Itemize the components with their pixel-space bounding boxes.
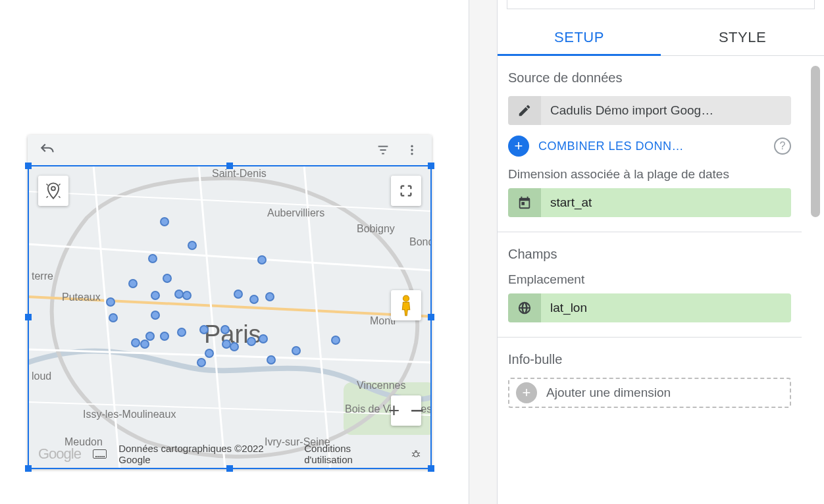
panel-top-border — [507, 0, 815, 9]
location-field[interactable]: lat_lon — [508, 293, 791, 322]
section-tooltip: Info-bulle + Ajouter une dimension — [498, 338, 802, 422]
map-viewport[interactable]: Saint-DenisAubervilliersBobignyBondterre… — [28, 165, 432, 469]
section-title: Source de données — [508, 70, 791, 86]
properties-panel: SETUP STYLE Source de données Cadulis Dé… — [498, 0, 824, 504]
scrollbar-thumb[interactable] — [811, 66, 820, 217]
field-name: lat_lon — [541, 293, 791, 322]
canvas-area: Saint-DenisAubervilliersBobignyBondterre… — [0, 0, 469, 504]
section-title: Info-bulle — [508, 352, 791, 367]
data-point[interactable] — [106, 297, 115, 307]
svg-line-11 — [199, 165, 225, 469]
plus-icon[interactable]: + — [508, 136, 529, 157]
more-menu-icon[interactable] — [400, 138, 424, 162]
data-point[interactable] — [331, 336, 340, 345]
streetview-button[interactable] — [391, 290, 421, 320]
add-dimension-label: Ajouter une dimension — [546, 386, 671, 400]
district-label: Vincennes — [357, 380, 405, 391]
report-problem-icon[interactable] — [411, 449, 421, 459]
district-label: Aubervilliers — [267, 207, 324, 219]
map-attribution: Données cartographiques ©2022 Google — [118, 443, 292, 465]
data-point[interactable] — [177, 328, 186, 337]
combine-data-row: + COMBINER LES DONN… ? — [508, 136, 791, 157]
map-footer: Google Données cartographiques ©2022 Goo… — [28, 443, 432, 465]
svg-point-3 — [411, 145, 413, 147]
svg-line-21 — [412, 455, 414, 456]
data-point[interactable] — [151, 291, 160, 300]
data-point[interactable] — [140, 340, 149, 349]
svg-line-9 — [28, 349, 432, 363]
data-point[interactable] — [249, 295, 259, 304]
field-name: start_at — [541, 188, 791, 217]
zoom-in-button[interactable]: + — [388, 395, 400, 426]
tab-setup[interactable]: SETUP — [498, 18, 661, 55]
data-point[interactable] — [128, 279, 138, 288]
district-label: Bobigny — [357, 223, 395, 235]
plus-icon: + — [516, 382, 537, 403]
data-point[interactable] — [247, 337, 256, 346]
edit-icon[interactable] — [508, 96, 541, 125]
date-dimension-field[interactable]: start_at — [508, 188, 791, 217]
data-point[interactable] — [131, 338, 140, 347]
filter-icon[interactable] — [371, 138, 395, 162]
section-fields: Champs Emplacement lat_lon — [498, 232, 802, 338]
data-point[interactable] — [199, 325, 209, 334]
district-label: Puteaux — [62, 291, 101, 303]
fullscreen-button[interactable] — [391, 176, 421, 206]
panel-tabs: SETUP STYLE — [498, 18, 824, 56]
svg-point-17 — [414, 452, 419, 457]
data-point[interactable] — [182, 291, 192, 300]
globe-icon — [508, 293, 541, 322]
svg-line-22 — [418, 455, 420, 456]
google-logo: Google — [38, 445, 81, 463]
help-icon[interactable]: ? — [774, 138, 791, 155]
data-point[interactable] — [220, 325, 230, 334]
district-label: loud — [32, 370, 51, 382]
section-title: Champs — [508, 247, 791, 262]
data-point[interactable] — [205, 349, 214, 358]
zoom-out-button[interactable]: − — [410, 395, 424, 426]
map-chart[interactable]: Saint-DenisAubervilliersBobignyBondterre… — [28, 135, 432, 469]
data-point[interactable] — [292, 346, 301, 355]
svg-point-16 — [403, 295, 409, 301]
combine-data-button[interactable]: COMBINER LES DONN… — [538, 139, 765, 153]
undo-button[interactable] — [36, 138, 59, 162]
data-point[interactable] — [197, 358, 206, 367]
svg-point-4 — [411, 149, 413, 151]
data-point[interactable] — [265, 292, 274, 301]
add-dimension-button[interactable]: + Ajouter une dimension — [508, 378, 791, 408]
data-point[interactable] — [230, 342, 239, 351]
svg-line-19 — [412, 453, 414, 453]
district-label: terre — [32, 270, 53, 282]
data-point[interactable] — [188, 241, 197, 250]
svg-line-20 — [418, 453, 420, 453]
data-point[interactable] — [267, 355, 276, 365]
data-point[interactable] — [163, 274, 172, 283]
svg-point-5 — [411, 153, 413, 155]
date-dimension-label: Dimension associée à la plage de dates — [508, 167, 791, 182]
locate-button[interactable] — [38, 176, 68, 206]
svg-line-8 — [28, 244, 432, 270]
tab-style[interactable]: STYLE — [661, 18, 824, 55]
calendar-icon — [508, 188, 541, 217]
data-point[interactable] — [234, 290, 243, 299]
datasource-chip[interactable]: Cadulis Démo import Goog… — [508, 96, 791, 125]
zoom-controls: + − — [391, 395, 421, 426]
location-label: Emplacement — [508, 272, 791, 287]
panel-scroll[interactable]: Source de données Cadulis Démo import Go… — [498, 56, 824, 504]
map-toolbar — [28, 135, 432, 165]
data-point[interactable] — [160, 332, 169, 341]
data-point[interactable] — [109, 313, 118, 322]
data-point[interactable] — [148, 254, 157, 263]
data-point[interactable] — [259, 334, 268, 343]
data-point[interactable] — [151, 311, 160, 320]
section-datasource: Source de données Cadulis Démo import Go… — [498, 56, 802, 232]
map-terms-link[interactable]: Conditions d'utilisation — [304, 443, 399, 465]
data-point[interactable] — [257, 255, 267, 265]
keyboard-shortcut-icon[interactable] — [93, 449, 107, 459]
datasource-name: Cadulis Démo import Goog… — [541, 96, 791, 125]
district-label: Saint-Denis — [212, 168, 267, 180]
data-point[interactable] — [160, 217, 169, 226]
district-label: Bond — [409, 236, 432, 248]
svg-point-15 — [51, 187, 55, 191]
svg-line-13 — [28, 191, 432, 211]
